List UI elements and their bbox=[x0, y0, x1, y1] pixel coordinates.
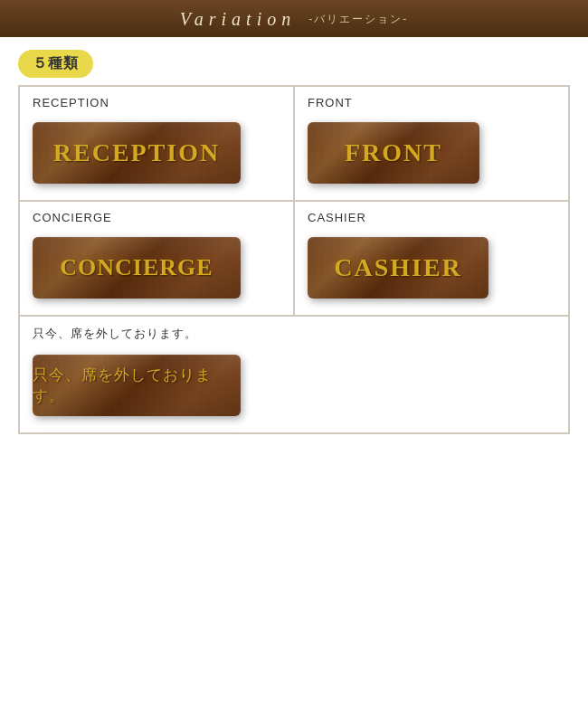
sign-japanese: 只今、席を外しております。 bbox=[33, 355, 241, 416]
sign-concierge-text: CONCIERGE bbox=[60, 254, 213, 281]
sign-reception: RECEPTION bbox=[33, 122, 241, 184]
page-header: Variation -バリエーション- bbox=[0, 0, 588, 37]
sign-front: FRONT bbox=[308, 122, 479, 184]
sign-japanese-text: 只今、席を外しております。 bbox=[33, 365, 241, 406]
page-wrapper: Variation -バリエーション- ５種類 RECEPTION RECEPT… bbox=[0, 0, 588, 702]
sign-concierge: CONCIERGE bbox=[33, 237, 241, 299]
cell-concierge: CONCIERGE CONCIERGE bbox=[19, 201, 294, 316]
sign-cashier-text: CASHIER bbox=[334, 253, 462, 282]
badge-area: ５種類 bbox=[0, 37, 588, 85]
cell-reception-label: RECEPTION bbox=[33, 96, 280, 109]
cell-front-label: FRONT bbox=[308, 96, 555, 109]
cell-cashier: CASHIER CASHIER bbox=[294, 201, 569, 316]
cell-front: FRONT FRONT bbox=[294, 86, 569, 201]
variety-badge: ５種類 bbox=[18, 50, 93, 78]
cell-reception: RECEPTION RECEPTION bbox=[19, 86, 294, 201]
header-title: Variation bbox=[180, 9, 296, 30]
sign-reception-text: RECEPTION bbox=[53, 138, 220, 167]
cell-concierge-label: CONCIERGE bbox=[33, 211, 280, 224]
cell-cashier-label: CASHIER bbox=[308, 211, 555, 224]
cell-japanese: 只今、席を外しております。 只今、席を外しております。 bbox=[19, 316, 569, 433]
sign-cashier: CASHIER bbox=[308, 237, 488, 299]
header-subtitle: -バリエーション- bbox=[308, 12, 408, 27]
variation-grid: RECEPTION RECEPTION FRONT FRONT CONCIERG… bbox=[18, 85, 570, 434]
cell-japanese-label: 只今、席を外しております。 bbox=[33, 326, 555, 342]
sign-front-text: FRONT bbox=[345, 138, 442, 167]
